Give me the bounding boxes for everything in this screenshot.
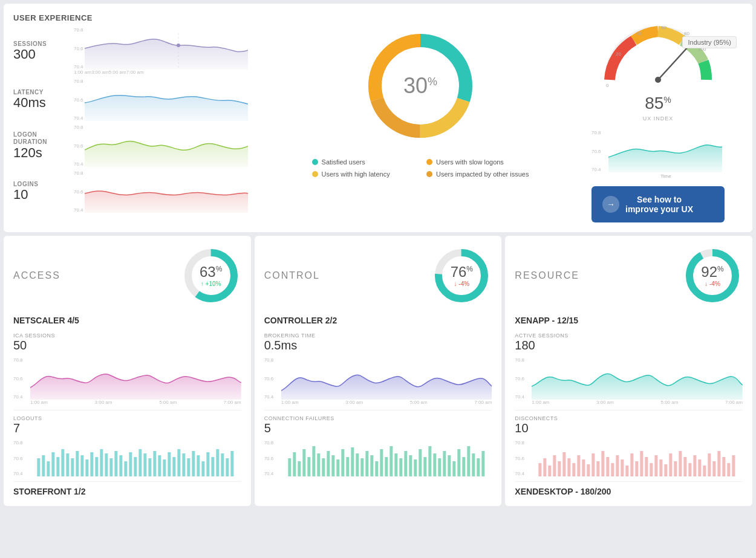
svg-rect-85	[409, 455, 412, 476]
logon-sparkline	[85, 125, 248, 167]
svg-rect-23	[66, 453, 69, 476]
svg-rect-143	[732, 455, 735, 476]
legend-slow-logons-label: Users with slow logons	[436, 158, 504, 166]
access-delta: ↑ +10%	[200, 281, 222, 287]
active-sessions-value: 180	[515, 339, 743, 352]
logouts-label: LOGOUTS	[13, 415, 241, 421]
svg-rect-114	[592, 453, 595, 476]
svg-line-7	[658, 47, 688, 80]
svg-rect-82	[394, 453, 397, 476]
sessions-metric-row: SESSIONS 300 70.8 70.6 70.4	[13, 27, 267, 75]
svg-rect-39	[143, 453, 146, 476]
svg-rect-80	[385, 457, 388, 476]
xenapp-title: XENAPP - 12/15	[515, 316, 743, 325]
svg-rect-109	[568, 458, 571, 476]
svg-rect-106	[553, 455, 556, 476]
svg-rect-133	[684, 457, 687, 476]
svg-rect-130	[670, 453, 673, 476]
control-donut: 76% ↓ -4%	[431, 245, 492, 306]
svg-rect-36	[129, 452, 132, 476]
svg-rect-70	[336, 459, 339, 476]
svg-rect-103	[539, 463, 542, 476]
access-donut: 63% ↑ +10%	[181, 245, 241, 306]
ux-index-label: UX INDEX	[643, 115, 674, 122]
svg-rect-24	[71, 458, 74, 476]
svg-rect-90	[433, 453, 436, 476]
logouts-value: 7	[13, 421, 241, 435]
svg-rect-104	[544, 458, 547, 476]
svg-rect-127	[655, 455, 658, 476]
svg-rect-99	[477, 458, 480, 476]
svg-text:40: 40	[637, 31, 642, 36]
svg-rect-125	[645, 457, 648, 476]
svg-rect-97	[467, 446, 470, 476]
svg-rect-52	[206, 452, 209, 476]
logon-y-labels: 70.8 70.6 70.4	[74, 125, 83, 167]
svg-rect-72	[346, 457, 349, 476]
svg-rect-32	[109, 458, 112, 476]
svg-rect-95	[457, 449, 460, 476]
svg-rect-57	[230, 451, 233, 476]
svg-rect-37	[134, 457, 137, 476]
legend-slow-logons: Users with slow logons	[426, 158, 529, 166]
sessions-y-labels: 70.8 70.6 70.4	[74, 27, 83, 70]
svg-rect-121	[626, 466, 629, 476]
ux-center-section: 30% Satisfied users Users with slow logo…	[267, 13, 573, 222]
ux-index-value: 85%	[645, 94, 671, 112]
svg-rect-124	[640, 451, 644, 476]
sessions-sparkline	[85, 27, 248, 70]
svg-rect-61	[293, 452, 296, 476]
svg-rect-100	[481, 451, 484, 476]
svg-rect-142	[728, 463, 731, 476]
svg-rect-35	[124, 461, 127, 476]
svg-rect-123	[636, 461, 639, 476]
latency-sparkline	[85, 79, 248, 121]
svg-rect-49	[192, 451, 195, 476]
connection-failures-label: CONNECTION FAILURES	[264, 415, 492, 421]
svg-rect-107	[558, 461, 561, 476]
improve-ux-button[interactable]: → See how toimprove your UX	[591, 186, 725, 222]
svg-rect-139	[713, 461, 716, 476]
svg-rect-115	[597, 461, 600, 476]
svg-rect-119	[616, 455, 619, 476]
disconnects-bar-chart	[532, 440, 743, 476]
resource-donut: 92% ↓ -4%	[682, 245, 743, 306]
legend-high-latency: Users with high latency	[312, 170, 414, 178]
controller-title: CONTROLLER 2/2	[264, 316, 492, 325]
active-sessions-chart	[532, 357, 743, 400]
logon-duration-metric-row: LOGONDURATION 120s 70.8 70.6 70.4	[13, 125, 267, 167]
svg-rect-55	[221, 453, 224, 476]
svg-rect-56	[226, 458, 229, 476]
brokering-chart	[281, 357, 492, 400]
svg-rect-88	[423, 457, 426, 476]
svg-rect-96	[462, 457, 465, 476]
svg-rect-135	[694, 455, 697, 476]
logon-duration-value: 120s	[13, 146, 74, 160]
svg-rect-91	[438, 458, 441, 476]
svg-rect-116	[602, 451, 605, 476]
svg-rect-128	[660, 459, 663, 476]
industry-badge: Industry (95%)	[682, 36, 737, 48]
access-category: ACCESS	[13, 270, 60, 281]
svg-rect-134	[689, 463, 692, 476]
svg-rect-33	[114, 451, 117, 476]
legend-satisfied-label: Satisfied users	[322, 158, 365, 166]
latency-y-labels: 70.8 70.6 70.4	[74, 79, 83, 121]
svg-point-1	[177, 44, 180, 47]
svg-rect-60	[288, 458, 291, 476]
svg-rect-41	[153, 451, 156, 476]
svg-rect-28	[90, 452, 93, 476]
svg-rect-92	[443, 451, 446, 476]
dashboard: USER EXPERIENCE SESSIONS 300 70.8 70.6 7…	[0, 0, 756, 558]
svg-rect-27	[85, 459, 88, 476]
svg-rect-108	[563, 452, 566, 476]
connection-failures-value: 5	[264, 421, 492, 435]
svg-rect-21	[56, 457, 59, 476]
svg-rect-137	[703, 466, 706, 476]
svg-rect-110	[573, 463, 576, 476]
svg-rect-71	[341, 449, 344, 476]
svg-rect-20	[51, 452, 54, 476]
svg-rect-118	[611, 463, 614, 476]
svg-rect-38	[138, 449, 142, 476]
svg-rect-75	[360, 458, 363, 476]
